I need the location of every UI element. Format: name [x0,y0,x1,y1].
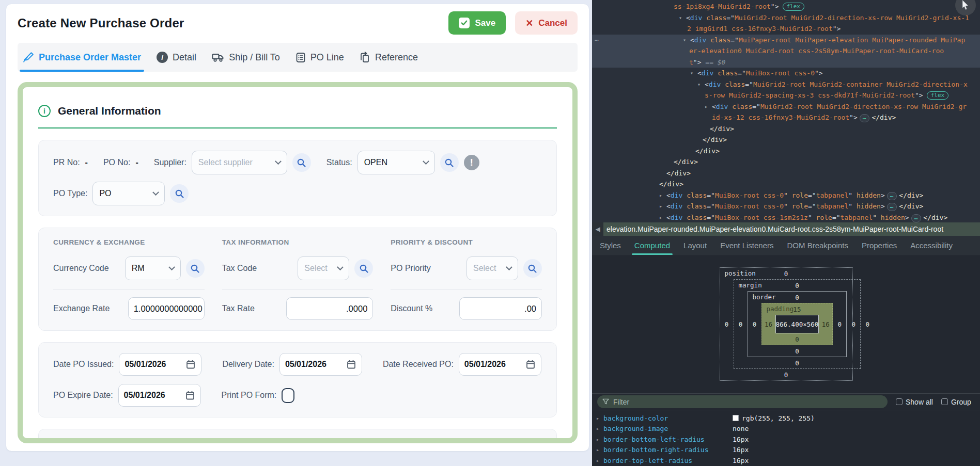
code-segment: < [705,81,709,88]
box-model-diagram[interactable]: position 0 0 margin 0 0 border 0 [720,267,853,381]
tax-search-button[interactable] [354,259,373,278]
print-po-form-checkbox[interactable] [282,388,294,403]
padding-right-value: 16 [819,320,832,328]
currency-search-button[interactable] [186,259,205,278]
ellipsis-expand-badge[interactable]: … [887,192,897,200]
devtools-tree-node[interactable]: ▸<div class="MuiBox-root css-0" role="ta… [592,190,980,201]
flex-badge[interactable]: flex [927,91,949,100]
computed-property-row[interactable]: ▸border-bottom-left-radius16px [592,434,980,445]
devtools-tree-node[interactable]: ▾<div class="MuiBox-root css-0"> [592,68,980,79]
exchange-rate-input[interactable]: 1.0000000000000 [128,297,205,320]
po-expire-date-field[interactable]: 05/01/2026 [118,384,201,407]
collapsed-arrow-icon[interactable]: ▸ [596,415,603,421]
devtools-tree-node[interactable]: ss-1pi8xg4-MuiGrid2-root">flex [592,1,980,12]
collapsed-arrow-icon[interactable]: ▸ [596,447,603,453]
collapsed-arrow-icon[interactable]: ▸ [596,437,603,442]
devtools-tree-node[interactable]: </div> [592,179,980,190]
currency-code-select[interactable]: RM [125,256,181,280]
devtools-tree-node[interactable]: ▸<div class="MuiBox-root css-1sm2s1z" ro… [592,212,980,223]
devtools-tree-node[interactable]: </div> [592,123,980,135]
collapsed-arrow-icon[interactable]: ▸ [596,458,603,463]
po-type-search-button[interactable] [170,184,189,203]
devtools-tab-layout[interactable]: Layout [677,236,713,255]
priority-column: PRIORITY & DISCOUNT PO Priority Select [391,238,542,320]
devtools-elements-tree: ss-1pi8xg4-MuiGrid2-root">flex▾<div clas… [592,0,980,222]
devtools-tree-node[interactable]: id-xs-12 css-16fnxy3-MuiGrid2-root">…</d… [592,112,980,123]
expand-arrow-icon[interactable]: ▾ [690,68,693,79]
discount-input[interactable]: .00 [459,297,542,320]
tab-label: PO Line [310,52,344,63]
save-button[interactable]: Save [448,11,506,35]
currency-column: CURRENCY & EXCHANGE Currency Code RM [53,238,205,320]
group-checkbox[interactable]: Group [941,398,971,406]
cancel-button[interactable]: ✕ Cancel [515,11,578,35]
status-select[interactable]: OPEN [357,151,435,174]
devtools-tree-node[interactable]: ▾<div class="MuiGrid2-root MuiGrid2-cont… [592,79,980,90]
devtools-tree-node[interactable]: 2 imgGird1 css-16fnxy3-MuiGrid2-root"> [592,23,980,35]
devtools-tree-node[interactable]: ▸<div class="MuiBox-root css-0" role="ta… [592,201,980,212]
devtools-tab-dom-breakpoints[interactable]: DOM Breakpoints [781,236,855,255]
collapsed-arrow-icon[interactable]: ▸ [705,101,708,113]
summary-section: Amendment Counter: 0 Print Count: 0 Clos… [38,429,557,443]
date-received-po-field[interactable]: 05/01/2026 [459,353,541,376]
tab-reference[interactable]: Reference [360,43,418,72]
po-priority-select[interactable]: Select [466,256,518,280]
devtools-tree-node[interactable]: ▾<div class="MuiGrid2-root MuiGrid2-dire… [592,12,980,24]
group-label: Group [951,398,971,406]
tax-code-select[interactable]: Select [298,256,349,280]
collapsed-arrow-icon[interactable]: ▸ [659,212,662,223]
priority-search-button[interactable] [523,259,542,278]
checkbox-icon [941,398,948,405]
computed-property-row[interactable]: ▸border-bottom-right-radius16px [592,445,980,456]
tab-ship-bill-to[interactable]: Ship / Bill To [212,43,280,72]
computed-property-row[interactable]: ▸background-colorrgb(255, 255, 255) [592,413,980,424]
devtools-tab-properties[interactable]: Properties [855,236,904,255]
computed-property-row[interactable]: ▸background-imagenone [592,424,980,435]
devtools-tree-node[interactable]: </div> [592,156,980,168]
breadcrumb[interactable]: elevation.MuiPaper-rounded.MuiPaper-elev… [603,222,980,236]
expand-arrow-icon[interactable]: ▾ [683,35,686,46]
po-type-select[interactable]: PO [92,182,165,205]
computed-property-row[interactable]: ▸border-top-left-radius16px [592,455,980,466]
devtools-tree-node[interactable]: </div> [592,168,980,179]
status-alert-icon[interactable]: ! [464,155,479,170]
code-segment: er-elevation0 MuiCard-root css-2s58ym-Mu… [689,47,944,55]
devtools-tree-node[interactable]: ⋯▾<div class="MuiPaper-root MuiPaper-ele… [592,35,980,46]
ellipsis-expand-badge[interactable]: … [860,114,870,122]
devtools-breadcrumb-bar: ◀ elevation.MuiPaper-rounded.MuiPaper-el… [592,222,980,236]
tab-purchase-order-master[interactable]: Purchase Order Master [23,43,141,72]
date-po-issued-field[interactable]: 05/01/2026 [119,353,201,376]
expand-arrow-icon[interactable]: ▾ [679,12,682,24]
status-search-button[interactable] [440,153,459,172]
devtools-tree-node[interactable]: t"> == $0 [592,57,980,68]
show-all-checkbox[interactable]: Show all [896,398,933,406]
collapsed-arrow-icon[interactable]: ▸ [659,190,662,201]
currency-code-label: Currency Code [53,264,125,273]
breadcrumb-back-button[interactable]: ◀ [592,222,603,236]
expand-arrow-icon[interactable]: ▾ [697,79,701,90]
supplier-select[interactable]: Select supplier [192,151,287,174]
ellipsis-expand-badge[interactable]: … [887,203,897,211]
info-circle-icon: i [157,52,168,63]
devtools-tab-accessibility[interactable]: Accessibility [904,236,959,255]
delivery-date-field[interactable]: 05/01/2026 [279,353,362,376]
devtools-tab-styles[interactable]: Styles [593,236,628,255]
supplier-search-button[interactable] [292,153,311,172]
devtools-tree-node[interactable]: er-elevation0 MuiCard-root css-2s58ym-Mu… [592,45,980,57]
devtools-tab-event-listeners[interactable]: Event Listeners [713,236,780,255]
devtools-tree-node[interactable]: </div> [592,146,980,157]
code-segment: class [713,69,738,77]
flex-badge[interactable]: flex [783,3,805,11]
collapsed-arrow-icon[interactable]: ▸ [659,201,662,212]
ellipsis-expand-badge[interactable]: … [911,214,922,222]
devtools-tree-node[interactable]: </div> [592,134,980,146]
tab-po-line[interactable]: PO Line [295,43,344,72]
devtools-tab-computed[interactable]: Computed [628,236,677,255]
devtools-tree-node[interactable]: ▸<div class="MuiGrid2-root MuiGrid2-dire… [592,101,980,113]
tax-rate-input[interactable]: .0000 [286,297,373,320]
collapsed-arrow-icon[interactable]: ▸ [596,426,603,431]
tab-detail[interactable]: i Detail [157,43,196,72]
filter-input[interactable]: Filter [597,395,888,408]
code-segment: " [784,202,792,210]
devtools-tree-node[interactable]: s-row MuiGrid2-spacing-xs-3 css-dkd71f-M… [592,90,980,101]
